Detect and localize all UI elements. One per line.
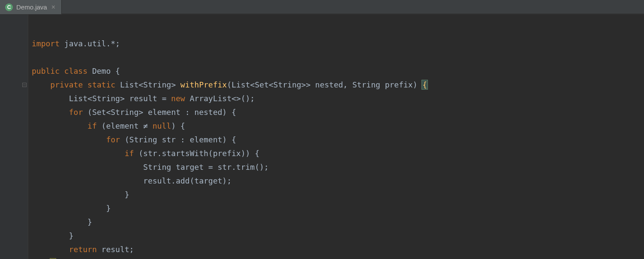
gutter-line [0, 133, 28, 147]
code-line[interactable]: String target = str.trim(); [28, 160, 644, 174]
code-token: public class [32, 66, 92, 75]
gutter-line [0, 23, 28, 37]
code-token: private static [50, 80, 120, 89]
gutter-line [0, 215, 28, 229]
code-line[interactable]: for (Set<String> element : nested) { [28, 105, 644, 119]
code-token: withPrefix [181, 80, 227, 89]
code-token: List<String> result = [32, 94, 171, 103]
code-line[interactable] [28, 23, 644, 37]
code-line[interactable]: } [28, 215, 644, 229]
gutter [0, 15, 28, 259]
code-token: } [32, 190, 129, 199]
code-token: ) { [171, 121, 185, 130]
gutter-line [0, 188, 28, 202]
tab-bar-empty [62, 0, 644, 14]
gutter-line [0, 147, 28, 160]
editor: import java.util.*;public class Demo { p… [0, 15, 644, 259]
code-line[interactable]: return result; [28, 243, 644, 256]
code-line[interactable]: import java.util.*; [28, 37, 644, 51]
code-area[interactable]: import java.util.*;public class Demo { p… [28, 15, 644, 259]
code-token: } [32, 217, 92, 226]
code-line[interactable]: } [28, 202, 644, 215]
code-token: (element ≠ [102, 121, 153, 130]
gutter-line [0, 243, 28, 256]
code-line[interactable]: } [28, 229, 644, 243]
gutter-line [0, 37, 28, 51]
code-token: Demo { [92, 66, 120, 75]
code-token [32, 108, 69, 117]
class-icon: C [5, 3, 13, 11]
gutter-line [0, 105, 28, 119]
gutter-line [0, 119, 28, 133]
code-token: (Set<String> element : nested) { [87, 108, 236, 117]
editor-tab[interactable]: C Demo.java × [0, 0, 62, 14]
code-line[interactable]: private static List<String> withPrefix(L… [28, 78, 644, 92]
code-token [32, 149, 125, 158]
code-token: if [87, 121, 102, 130]
code-token: null [153, 121, 171, 130]
gutter-line [0, 51, 28, 64]
code-token [32, 80, 50, 89]
code-line[interactable] [28, 51, 644, 64]
tab-bar: C Demo.java × [0, 0, 644, 15]
gutter-line [0, 160, 28, 174]
code-token: (List<Set<String>> nested, String prefix… [227, 80, 422, 89]
code-line[interactable]: public class Demo { [28, 64, 644, 78]
code-line[interactable]: } [28, 188, 644, 202]
code-token: for [106, 135, 124, 144]
code-token: } [32, 204, 111, 213]
gutter-line [0, 64, 28, 78]
code-line[interactable]: for (String str : element) { [28, 133, 644, 147]
code-line[interactable]: } [28, 256, 644, 259]
code-token: List<String> [120, 80, 181, 89]
gutter-line [0, 202, 28, 215]
code-token: result.add(target); [32, 176, 232, 185]
code-line[interactable]: List<String> result = new ArrayList<>(); [28, 92, 644, 105]
gutter-line [0, 92, 28, 105]
code-line[interactable]: if (element ≠ null) { [28, 119, 644, 133]
close-icon[interactable]: × [51, 4, 56, 11]
code-token: import [32, 39, 64, 48]
code-token: java.util.*; [64, 39, 120, 48]
gutter-line [0, 256, 28, 259]
code-token [32, 245, 69, 254]
code-token: (str.startsWith(prefix)) { [138, 149, 259, 158]
gutter-line [0, 174, 28, 188]
code-token: result; [102, 245, 134, 254]
code-token: } [32, 231, 74, 240]
code-token: String target = str.trim(); [32, 163, 269, 172]
code-token: new [171, 94, 190, 103]
code-token [32, 121, 87, 130]
code-token: (String str : element) { [125, 135, 236, 144]
code-token [32, 135, 106, 144]
code-token: if [125, 149, 139, 158]
code-token: ArrayList<>(); [190, 94, 255, 103]
code-line[interactable]: if (str.startsWith(prefix)) { [28, 147, 644, 160]
code-token: { [421, 80, 428, 90]
tab-filename: Demo.java [16, 3, 47, 11]
fold-toggle-icon[interactable] [22, 82, 27, 87]
code-token: for [69, 108, 87, 117]
gutter-line [0, 78, 28, 92]
code-token: return [69, 245, 102, 254]
gutter-line [0, 229, 28, 243]
code-line[interactable]: result.add(target); [28, 174, 644, 188]
